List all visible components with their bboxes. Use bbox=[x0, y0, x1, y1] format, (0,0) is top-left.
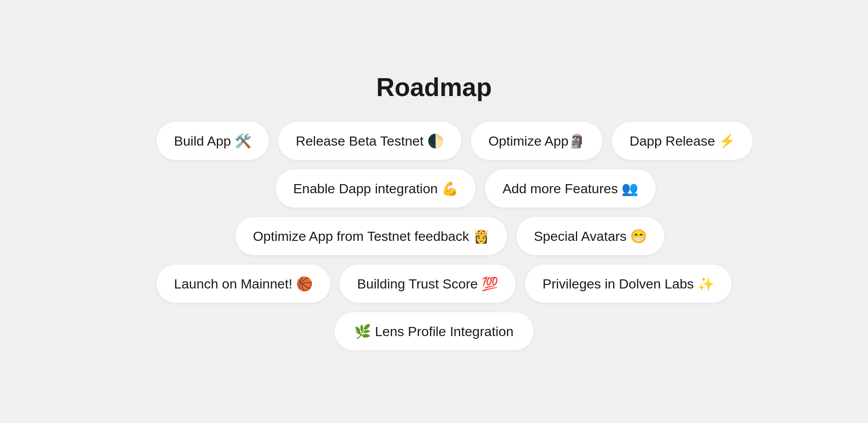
page-container: Roadmap Build App 🛠️ Release Beta Testne… bbox=[157, 73, 711, 350]
roadmap-row-3: Optimize App from Testnet feedback 👸 Spe… bbox=[157, 217, 711, 255]
card-enable-dapp: Enable Dapp integration 💪 bbox=[276, 169, 476, 208]
card-build-app: Build App 🛠️ bbox=[157, 122, 269, 160]
card-lens-profile-label: 🌿 Lens Profile Integration bbox=[354, 323, 513, 339]
roadmap-row-4: Launch on Mainnet! 🏀 Building Trust Scor… bbox=[157, 265, 711, 303]
card-special-avatars: Special Avatars 😁 bbox=[516, 217, 664, 255]
roadmap-row-5: 🌿 Lens Profile Integration bbox=[157, 312, 711, 350]
card-enable-dapp-label: Enable Dapp integration 💪 bbox=[293, 181, 458, 196]
card-build-app-label: Build App 🛠️ bbox=[174, 133, 251, 149]
roadmap-row-2: Enable Dapp integration 💪 Add more Featu… bbox=[157, 169, 711, 208]
card-special-avatars-label: Special Avatars 😁 bbox=[534, 228, 647, 244]
card-optimize-app-1-label: Optimize App🗿 bbox=[488, 133, 585, 149]
card-launch-mainnet: Launch on Mainnet! 🏀 bbox=[157, 265, 330, 303]
page-title: Roadmap bbox=[376, 73, 492, 102]
card-add-features-label: Add more Features 👥 bbox=[503, 181, 638, 196]
card-trust-score-label: Building Trust Score 💯 bbox=[357, 276, 498, 292]
card-dapp-release-label: Dapp Release ⚡ bbox=[629, 133, 735, 149]
card-optimize-testnet: Optimize App from Testnet feedback 👸 bbox=[235, 217, 507, 255]
roadmap-row-1: Build App 🛠️ Release Beta Testnet 🌓 Opti… bbox=[157, 122, 711, 160]
card-dapp-release: Dapp Release ⚡ bbox=[612, 122, 753, 160]
card-privileges-label: Privileges in Dolven Labs ✨ bbox=[543, 276, 714, 292]
card-optimize-testnet-label: Optimize App from Testnet feedback 👸 bbox=[253, 228, 489, 244]
card-add-features: Add more Features 👥 bbox=[485, 169, 656, 208]
roadmap-grid: Build App 🛠️ Release Beta Testnet 🌓 Opti… bbox=[157, 122, 711, 350]
card-release-beta-label: Release Beta Testnet 🌓 bbox=[296, 133, 444, 149]
card-release-beta: Release Beta Testnet 🌓 bbox=[278, 122, 461, 160]
card-trust-score: Building Trust Score 💯 bbox=[340, 265, 516, 303]
card-launch-mainnet-label: Launch on Mainnet! 🏀 bbox=[174, 276, 313, 292]
card-optimize-app-1: Optimize App🗿 bbox=[471, 122, 602, 160]
card-privileges: Privileges in Dolven Labs ✨ bbox=[525, 265, 732, 303]
card-lens-profile: 🌿 Lens Profile Integration bbox=[335, 312, 533, 350]
